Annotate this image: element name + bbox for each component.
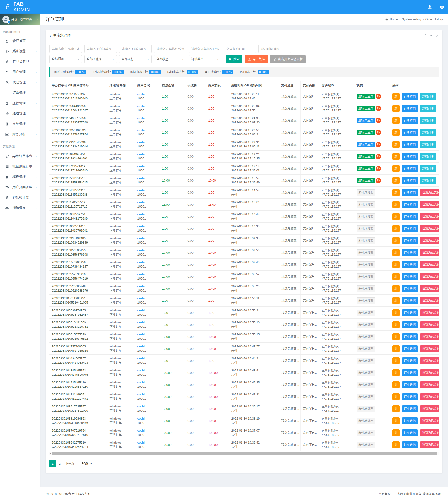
filter-input-0[interactable] — [49, 45, 82, 53]
brand-logo[interactable]: FAB ADMIN — [0, 0, 40, 14]
merchant-name-link[interactable]: ceshi — [138, 200, 157, 204]
sidebar-item-bank[interactable]: 通道管理 › — [0, 108, 40, 119]
filter-input-5[interactable] — [224, 45, 256, 53]
set-paid-button[interactable]: 设置为已支付 — [420, 297, 439, 304]
filter-select-1[interactable]: 全部子账号 ▼ — [84, 55, 117, 63]
order-detail-button[interactable]: 订单详情 — [402, 309, 418, 316]
seal-button[interactable]: 封 — [392, 273, 400, 280]
page-button-1[interactable]: 1 — [49, 460, 56, 467]
seal-button[interactable]: 封 — [392, 165, 400, 172]
patch-notify-button[interactable]: 补 — [376, 142, 381, 147]
merchant-name-link[interactable]: ceshi — [138, 356, 157, 361]
order-detail-button[interactable]: 订单详情 — [402, 418, 418, 424]
filter-select-0[interactable]: 全部通道 ▼ — [49, 55, 82, 63]
order-detail-button[interactable]: 订单详情 — [402, 297, 418, 304]
merchant-name-link[interactable]: ceshi — [138, 332, 157, 337]
filter-select-4[interactable]: 订单类型 ▼ — [189, 55, 221, 63]
page-size-select[interactable]: 30条 ▼ — [80, 460, 94, 467]
order-detail-button[interactable]: 订单详情 — [402, 333, 418, 340]
seal-button[interactable]: 封 — [392, 153, 400, 160]
order-detail-button[interactable]: 订单详情 — [402, 237, 418, 244]
order-detail-button[interactable]: 订单详情 — [402, 225, 418, 232]
order-detail-button[interactable]: 订单详情 — [402, 357, 418, 364]
seal-button[interactable]: 封 — [392, 189, 400, 196]
order-detail-button[interactable]: 订单详情 — [402, 441, 418, 448]
settings-button[interactable] — [436, 0, 448, 14]
merchant-name-link[interactable]: ceshi — [138, 344, 157, 349]
seal-button[interactable]: 封 — [392, 333, 400, 340]
order-detail-button[interactable]: 订单详情 — [402, 165, 418, 172]
merchant-name-link[interactable]: ceshi — [138, 260, 157, 265]
merchant-name-link[interactable]: ceshi — [138, 417, 157, 421]
order-detail-button[interactable]: 订单详情 — [402, 153, 418, 160]
seal-button[interactable]: 封 — [392, 117, 400, 124]
set-paid-button[interactable]: 设置为已支付 — [420, 345, 439, 352]
freeze-order-button[interactable]: 冻结订单 — [420, 165, 436, 172]
set-paid-button[interactable]: 设置为已支付 — [420, 405, 439, 412]
order-detail-button[interactable]: 订单详情 — [402, 261, 418, 268]
patch-notify-button[interactable]: 补 — [376, 106, 381, 111]
seal-button[interactable]: 封 — [392, 105, 400, 112]
sidebar-item-apple[interactable]: 模板管理 › — [0, 172, 40, 182]
set-paid-button[interactable]: 设置为已支付 — [420, 369, 439, 376]
set-paid-button[interactable]: 设置为已支付 — [420, 381, 439, 388]
set-paid-button[interactable]: 设置为已支付 — [420, 225, 439, 232]
merchant-name-link[interactable]: ceshi — [138, 116, 157, 120]
order-detail-button[interactable]: 订单详情 — [402, 429, 418, 436]
expand-icon[interactable] — [424, 34, 426, 37]
page-button-2[interactable]: 2 — [56, 460, 63, 467]
order-detail-button[interactable]: 订单详情 — [402, 129, 418, 136]
order-detail-button[interactable]: 订单详情 — [402, 321, 418, 328]
patch-notify-button[interactable]: 补 — [376, 154, 381, 159]
seal-button[interactable]: 封 — [392, 429, 400, 436]
footer-home-link[interactable]: 平台首页 — [379, 492, 391, 496]
merchant-name-link[interactable]: ceshi — [138, 176, 157, 181]
seal-button[interactable]: 封 — [392, 393, 400, 400]
order-detail-button[interactable]: 订单详情 — [402, 141, 418, 148]
seal-button[interactable]: 封 — [392, 225, 400, 232]
order-detail-button[interactable]: 订单详情 — [402, 105, 418, 112]
merchant-name-link[interactable]: ceshi — [138, 236, 157, 240]
sidebar-item-comments[interactable]: 用户分类管理 › — [0, 182, 40, 192]
filter-input-2[interactable] — [119, 45, 152, 53]
breadcrumb-home[interactable]: Home — [390, 18, 398, 21]
order-detail-button[interactable]: 订单详情 — [402, 393, 418, 400]
sidebar-item-chart[interactable]: 财务分析 › — [0, 129, 40, 139]
merchant-name-link[interactable]: ceshi — [138, 440, 157, 445]
sidebar-item-user[interactable]: 代理管理 › — [0, 77, 40, 88]
seal-button[interactable]: 封 — [392, 357, 400, 364]
set-paid-button[interactable]: 设置为已支付 — [420, 249, 439, 256]
merchant-name-link[interactable]: ceshi — [138, 392, 157, 397]
order-detail-button[interactable]: 订单详情 — [402, 381, 418, 388]
merchant-name-link[interactable]: ceshi — [138, 248, 157, 252]
order-detail-button[interactable]: 订单详情 — [402, 285, 418, 292]
patch-notify-button[interactable]: 补 — [376, 166, 381, 171]
order-detail-button[interactable]: 订单详情 — [402, 369, 418, 376]
auto-refresh-button[interactable]: 点击开启自动刷新 — [270, 55, 305, 63]
seal-button[interactable]: 封 — [392, 297, 400, 304]
order-detail-button[interactable]: 订单详情 — [402, 117, 418, 124]
breadcrumb-system-setting[interactable]: System setting — [402, 18, 421, 21]
set-paid-button[interactable]: 设置为已支付 — [420, 261, 439, 268]
scrollbar-thumb[interactable] — [52, 452, 437, 455]
order-detail-button[interactable]: 订单详情 — [402, 249, 418, 256]
seal-button[interactable]: 封 — [392, 177, 400, 184]
seal-button[interactable]: 封 — [392, 381, 400, 388]
account-button[interactable] — [424, 0, 436, 14]
merchant-name-link[interactable]: ceshi — [138, 320, 157, 325]
order-detail-button[interactable]: 订单详情 — [402, 345, 418, 352]
set-paid-button[interactable]: 设置为已支付 — [420, 357, 439, 364]
sidebar-item-users[interactable]: 用户管理 › — [0, 67, 40, 77]
sidebar-item-cloud[interactable]: 清除缓存 › — [0, 203, 40, 213]
seal-button[interactable]: 封 — [392, 321, 400, 328]
merchant-name-link[interactable]: ceshi — [138, 380, 157, 385]
merchant-name-link[interactable]: ceshi — [138, 368, 157, 373]
freeze-order-button[interactable]: 冻结订单 — [420, 93, 436, 100]
seal-button[interactable]: 封 — [392, 261, 400, 268]
close-icon[interactable] — [436, 34, 439, 37]
merchant-name-link[interactable]: ceshi — [138, 212, 157, 217]
sidebar-item-home[interactable]: 管理首页 › — [0, 36, 40, 46]
merchant-name-link[interactable]: ceshi — [138, 104, 157, 108]
filter-select-3[interactable]: 全部状态 ▼ — [154, 55, 186, 63]
freeze-order-button[interactable]: 冻结订单 — [420, 153, 436, 160]
